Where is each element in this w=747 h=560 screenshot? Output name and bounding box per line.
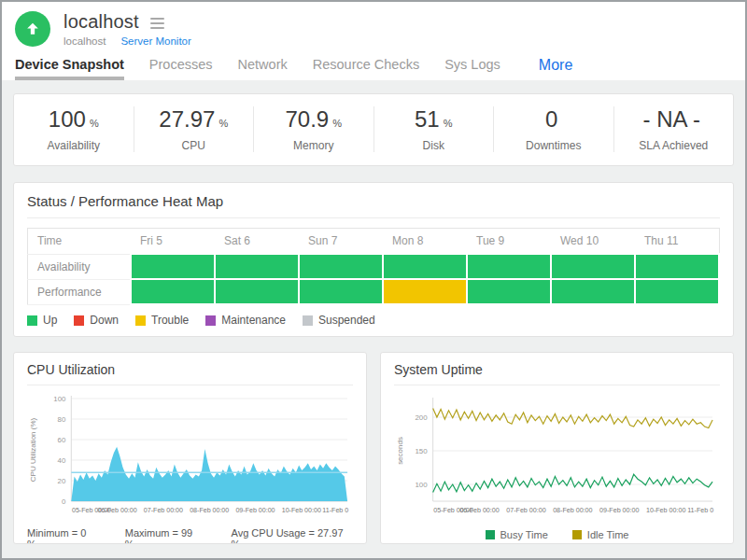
- heatmap-col-sun-7: Sun 7: [299, 229, 383, 255]
- page-title: localhost: [63, 11, 139, 33]
- legend-item-suspended: Suspended: [303, 314, 375, 327]
- heatmap-cell-performance-wed-10: [551, 279, 635, 304]
- heatmap-cell-availability-tue-9: [467, 254, 551, 279]
- tab-network[interactable]: Network: [238, 57, 288, 80]
- svg-text:100: 100: [53, 395, 66, 403]
- uptime-chart-title: System Uptime: [394, 362, 720, 385]
- legend-label: Idle Time: [587, 529, 629, 540]
- heatmap-cell-performance-thu-11: [635, 279, 719, 304]
- heatmap-col-thu-11: Thu 11: [635, 229, 719, 255]
- heatmap-col-tue-9: Tue 9: [467, 229, 551, 255]
- device-header: localhost localhost Server Monitor Devic…: [2, 2, 745, 80]
- heatmap-col-mon-8: Mon 8: [383, 229, 467, 255]
- menu-icon[interactable]: [150, 15, 164, 29]
- legend-swatch: [135, 315, 146, 326]
- svg-text:06-Feb 00:00: 06-Feb 00:00: [98, 507, 137, 514]
- svg-text:10-Feb 00:00: 10-Feb 00:00: [282, 507, 321, 514]
- heatmap-cell-availability-sat-6: [215, 254, 299, 279]
- uptime-chart-legend: Busy TimeIdle Time: [394, 529, 720, 540]
- legend-item-maintenance: Maintenance: [205, 314, 286, 327]
- svg-text:07-Feb 00:00: 07-Feb 00:00: [506, 507, 545, 514]
- tab-more[interactable]: More: [539, 57, 572, 74]
- svg-text:40: 40: [58, 456, 66, 465]
- svg-text:seconds: seconds: [396, 437, 404, 465]
- svg-text:06-Feb 00:00: 06-Feb 00:00: [459, 507, 499, 514]
- svg-text:200: 200: [415, 413, 428, 422]
- content-area: 100%Availability27.97%CPU70.9%Memory51%D…: [2, 80, 745, 558]
- heatmap-cell-availability-mon-8: [383, 254, 467, 279]
- legend-swatch: [486, 530, 495, 539]
- stat-label: CPU: [134, 139, 254, 152]
- legend-label: Trouble: [151, 314, 189, 327]
- heatmap-cell-availability-thu-11: [635, 254, 719, 279]
- summary-stats-bar: 100%Availability27.97%CPU70.9%Memory51%D…: [13, 93, 734, 166]
- cpu-utilization-chart: 02040608010005-Feb 00:0006-Feb 00:0007-F…: [27, 389, 353, 525]
- stat-label: Downtimes: [494, 139, 613, 152]
- breadcrumb-category-link[interactable]: Server Monitor: [120, 35, 190, 47]
- svg-text:100: 100: [415, 481, 428, 489]
- stat-cpu: 27.97%CPU: [134, 106, 254, 152]
- svg-text:60: 60: [58, 436, 66, 444]
- cpu-avg-label: Avg CPU Usage = 27.97 %: [232, 527, 353, 544]
- heatmap-row-label: Performance: [28, 279, 132, 304]
- stat-value: - NA -: [643, 106, 700, 132]
- svg-text:CPU Utilization (%): CPU Utilization (%): [29, 417, 37, 482]
- svg-text:20: 20: [58, 477, 66, 485]
- legend-label: Up: [43, 314, 57, 327]
- heatmap-cell-performance-mon-8: [383, 279, 467, 304]
- legend-item-trouble: Trouble: [135, 314, 189, 327]
- tab-device-snapshot[interactable]: Device Snapshot: [15, 57, 124, 80]
- stat-sla-achieved: - NA -SLA Achieved: [613, 106, 734, 152]
- tab-sys-logs[interactable]: Sys Logs: [444, 57, 500, 80]
- svg-text:08-Feb 00:00: 08-Feb 00:00: [190, 507, 229, 514]
- svg-text:09-Feb 00:00: 09-Feb 00:00: [599, 507, 639, 514]
- cpu-min-label: Minimum = 0 %: [27, 527, 97, 544]
- tab-processes[interactable]: Processes: [149, 57, 213, 80]
- heatmap-cell-performance-tue-9: [467, 279, 551, 304]
- heatmap-col-sat-6: Sat 6: [215, 229, 299, 255]
- app-window: localhost localhost Server Monitor Devic…: [0, 0, 747, 560]
- stat-unit: %: [332, 118, 342, 129]
- heatmap-cell-performance-sat-6: [215, 279, 299, 304]
- stat-label: Memory: [254, 139, 374, 152]
- device-status-avatar: [15, 11, 50, 47]
- heatmap-col-wed-10: Wed 10: [551, 229, 635, 255]
- stat-memory: 70.9%Memory: [253, 106, 374, 152]
- stat-label: Availability: [14, 139, 134, 152]
- heatmap-cell-availability-fri-5: [131, 254, 215, 279]
- tab-bar: Device SnapshotProcessesNetworkResource …: [15, 56, 745, 80]
- heatmap-row-availability: Availability: [28, 254, 720, 279]
- svg-text:11-Feb 0: 11-Feb 0: [687, 507, 713, 514]
- stat-unit: %: [218, 118, 228, 129]
- svg-text:80: 80: [58, 415, 66, 424]
- stat-label: SLA Achieved: [614, 139, 734, 152]
- heatmap-cell-availability-wed-10: [551, 254, 635, 279]
- legend-item-down: Down: [74, 314, 119, 327]
- system-uptime-chart: 10015020005-Feb 00:0006-Feb 00:0007-Feb …: [394, 389, 720, 525]
- svg-text:08-Feb 00:00: 08-Feb 00:00: [553, 507, 592, 514]
- heatmap-cell-performance-fri-5: [131, 279, 215, 304]
- up-arrow-icon: [23, 20, 42, 38]
- heatmap-row-performance: Performance: [28, 279, 720, 304]
- cpu-max-label: Maximum = 99 %: [125, 527, 204, 544]
- legend-swatch: [572, 530, 582, 539]
- heatmap-col-time: Time: [28, 229, 132, 255]
- legend-item-idle-time: Idle Time: [572, 529, 629, 540]
- legend-swatch: [303, 315, 313, 326]
- stat-unit: %: [90, 118, 99, 129]
- heatmap-cell-performance-sun-7: [299, 279, 383, 304]
- stat-unit: %: [444, 118, 453, 129]
- legend-swatch: [74, 315, 84, 326]
- cpu-chart-stats: Minimum = 0 % Maximum = 99 % Avg CPU Usa…: [27, 527, 353, 544]
- heatmap-title: Status / Performance Heat Map: [27, 193, 720, 218]
- svg-text:150: 150: [415, 447, 428, 455]
- stat-value: 70.9: [286, 106, 330, 132]
- stat-label: Disk: [374, 139, 494, 152]
- tab-resource-checks[interactable]: Resource Checks: [313, 57, 419, 80]
- heatmap-table: TimeFri 5Sat 6Sun 7Mon 8Tue 9Wed 10Thu 1…: [27, 228, 720, 305]
- stat-value: 100: [49, 106, 86, 132]
- stat-availability: 100%Availability: [14, 106, 134, 152]
- stat-value: 27.97: [159, 106, 215, 132]
- heatmap-col-fri-5: Fri 5: [131, 229, 215, 255]
- legend-label: Suspended: [318, 314, 375, 327]
